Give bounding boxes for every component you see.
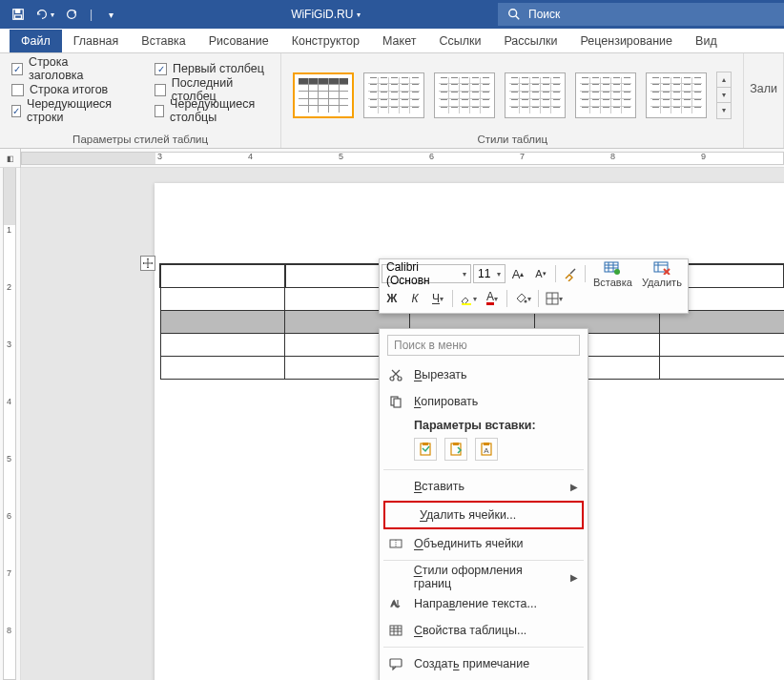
svg-rect-33 [484,443,489,445]
ctx-border-styles[interactable]: Стили оформления границ ▶ [380,564,588,590]
font-color-button[interactable]: A▾ [482,288,503,309]
format-painter-button[interactable] [560,263,581,284]
text-direction-icon: A [387,597,404,610]
doc-name-text: WiFiGiD.RU [291,8,353,21]
svg-line-24 [393,370,400,377]
ctx-delete-cells[interactable]: Удалить ячейки... [385,503,582,527]
ctx-delete-cells-highlighted: Удалить ячейки... [383,501,584,529]
shading-button[interactable]: ▾ [511,288,534,309]
table-style-6[interactable] [646,72,707,118]
tab-file[interactable]: Файл [10,30,62,52]
group-table-styles: ▴▾▾ Стили таблиц [281,53,744,148]
search-box[interactable]: Поиск [498,3,784,26]
svg-rect-2 [15,15,22,19]
horizontal-ruler[interactable]: ◧ 3 4 5 6 7 8 9 [0,149,784,168]
insert-cells-button[interactable]: Вставка [589,259,636,288]
save-button[interactable] [8,4,29,25]
ctx-copy[interactable]: Копировать [380,388,588,415]
table-props-icon [387,624,404,637]
chevron-right-icon: ▶ [570,572,578,583]
chevron-right-icon: ▶ [570,482,578,492]
chk-banded-rows[interactable]: Чередующиеся строки [8,100,122,121]
svg-rect-29 [423,443,428,445]
ctx-cut[interactable]: ВВырезатьырезать [380,361,588,388]
clipboard-icon [418,442,433,457]
chk-banded-cols[interactable]: Чередующиеся столбцы [151,100,273,121]
tab-view[interactable]: Вид [684,30,729,52]
copy-icon [387,395,404,408]
table-style-1[interactable] [293,72,354,118]
redo-button[interactable] [61,4,82,25]
chk-label: Чередующиеся столбцы [170,97,269,124]
ribbon: Строка заголовка Строка итогов Чередующи… [0,53,784,149]
svg-text:A: A [484,446,489,455]
shading-label[interactable]: Зали [750,82,777,95]
tab-layout[interactable]: Макет [371,30,427,52]
paste-keep-source[interactable] [414,438,437,461]
group-shading-stub: Зали [744,53,784,148]
borders-icon [546,292,559,305]
svg-rect-31 [453,443,459,445]
qat-separator: | [90,8,93,21]
vertical-ruler[interactable]: 1 2 3 4 5 6 7 8 [0,168,21,680]
svg-line-25 [392,370,399,377]
ruler-corner[interactable]: ◧ [0,149,21,168]
font-size-selector[interactable]: 11▾ [473,264,505,283]
table-style-2[interactable] [363,72,424,118]
group-table-style-options: Строка заголовка Строка итогов Чередующи… [0,53,281,148]
context-menu: Поиск в меню ВВырезатьырезать Копировать… [379,328,588,680]
tab-mailings[interactable]: Рассылки [492,30,568,52]
chk-header-row[interactable]: Строка заголовка [8,58,122,79]
quick-access-toolbar: ▾ | ▾ [0,4,129,25]
group-title: Стили таблиц [289,132,735,148]
table-style-5[interactable] [575,72,636,118]
bold-button[interactable]: Ж [382,288,402,309]
undo-button[interactable]: ▾ [34,4,55,25]
title-bar: ▾ | ▾ WiFiGiD.RU ▾ Поиск [0,0,784,29]
tab-home[interactable]: Главная [62,30,131,52]
ctx-text-direction[interactable]: A Направление текста... [380,590,588,617]
tab-references[interactable]: Ссылки [427,30,492,52]
qat-customize[interactable]: ▾ [100,4,121,25]
page-area[interactable]: Calibri (Основн▾ 11▾ A▴ A▾ Вставка Удали… [21,168,784,680]
paste-text-only[interactable]: A [475,438,498,461]
underline-button[interactable]: Ч▾ [427,288,448,309]
table-style-4[interactable] [505,72,566,118]
table-move-handle[interactable] [140,256,155,271]
chk-label: Чередующиеся строки [27,97,118,124]
font-selector[interactable]: Calibri (Основн▾ [382,264,471,283]
tab-review[interactable]: Рецензирование [569,30,685,52]
clipboard-icon: A [479,442,494,457]
merge-icon [387,537,404,550]
shrink-font-button[interactable]: A▾ [530,263,551,284]
document-name[interactable]: WiFiGiD.RU ▾ [291,8,361,21]
ctx-table-properties[interactable]: Свойства таблицы... [380,617,588,644]
tab-insert[interactable]: Вставка [130,30,196,52]
borders-button[interactable]: ▾ [543,288,566,309]
table-style-3[interactable] [434,72,495,118]
paste-merge[interactable] [444,438,467,461]
tab-draw[interactable]: Рисование [197,30,280,52]
search-icon [507,8,521,21]
group-title: Параметры стилей таблиц [8,132,273,148]
ctx-new-comment[interactable]: Создать примечание [380,650,588,677]
search-placeholder: Поиск [528,8,560,21]
menu-search[interactable]: Поиск в меню [387,335,580,356]
ctx-insert[interactable]: Вставить ▶ [380,473,588,500]
styles-scroll[interactable]: ▴▾▾ [716,72,732,119]
highlight-button[interactable]: ▾ [457,288,480,309]
ctx-paste-header: Параметры вставки: [380,415,588,434]
svg-point-22 [390,377,394,381]
grow-font-button[interactable]: A▴ [507,263,528,284]
italic-button[interactable]: К [404,288,425,309]
table-delete-icon [653,261,671,275]
svg-point-23 [398,377,402,381]
svg-text:A: A [391,599,397,608]
tab-designer[interactable]: Конструктор [280,30,371,52]
ctx-merge-cells[interactable]: Объединить ячейки [380,530,588,557]
delete-cells-button[interactable]: Удалить [638,259,686,288]
svg-rect-27 [394,399,401,407]
bucket-icon [514,292,527,305]
ribbon-tabs: Файл Главная Вставка Рисование Конструкт… [0,29,784,53]
highlight-icon [460,292,473,305]
